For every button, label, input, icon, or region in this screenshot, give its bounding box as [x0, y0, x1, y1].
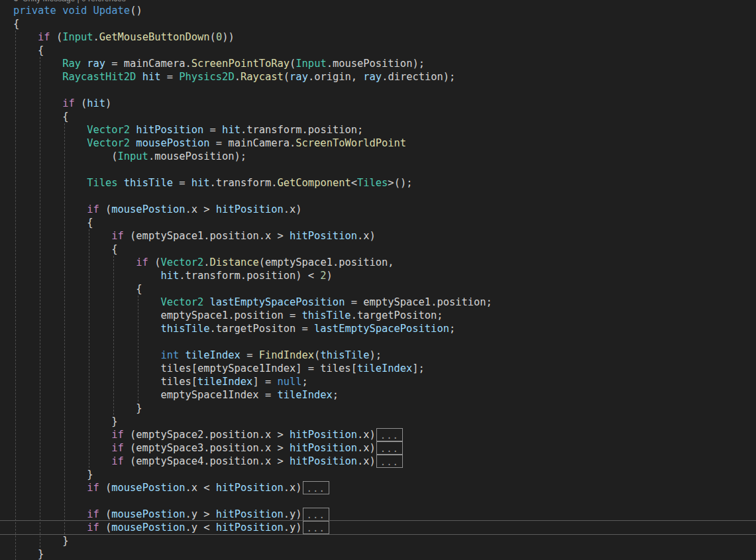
code-token: emptySpace1.position =: [13, 309, 302, 321]
code-line[interactable]: if (Vector2.Distance(emptySpace1.positio…: [0, 256, 756, 269]
code-line[interactable]: thisTile.targetPositon = lastEmptySpaceP…: [0, 322, 756, 335]
code-token: [87, 5, 93, 17]
code-line[interactable]: {: [0, 44, 756, 57]
code-line[interactable]: Tiles thisTile = hit.transform.GetCompon…: [0, 176, 756, 190]
code-token: }: [13, 416, 118, 427]
code-token: if: [111, 230, 124, 242]
code-token: =: [160, 71, 179, 83]
code-token: hitPosition: [136, 124, 203, 136]
code-token: mousePostion: [111, 522, 185, 533]
code-line[interactable]: [0, 163, 756, 176]
code-token: {: [13, 44, 44, 56]
code-token: (: [290, 58, 296, 70]
code-line[interactable]: tiles[tileIndex] = null;: [0, 375, 756, 388]
code-line[interactable]: if (mousePostion.y > hitPosition.y)...: [0, 508, 756, 521]
code-line[interactable]: RaycastHit2D hit = Physics2D.Raycast(ray…: [0, 70, 756, 84]
code-token: thisTile: [160, 323, 209, 335]
code-token: (emptySpace4.position.x >: [124, 455, 290, 467]
code-line[interactable]: tiles[emptySpace1Index] = tiles[tileInde…: [0, 362, 756, 375]
collapsed-region-box[interactable]: ...: [376, 428, 403, 441]
code-line[interactable]: if (mousePostion.x < hitPosition.x)...: [0, 481, 756, 494]
collapsed-region-box[interactable]: ...: [303, 521, 329, 534]
code-line[interactable]: {: [0, 243, 756, 256]
code-line[interactable]: (Input.mousePosition);: [0, 150, 756, 163]
code-token: FindIndex: [259, 349, 314, 361]
collapsed-region-box[interactable]: ...: [303, 508, 329, 521]
code-token: [13, 482, 87, 494]
code-token: Vector2: [87, 124, 130, 136]
code-token: = emptySpace1.position;: [345, 296, 492, 308]
code-line[interactable]: {: [0, 17, 756, 30]
code-token: .y >: [186, 508, 216, 520]
code-token: ray: [87, 58, 105, 70]
code-line[interactable]: {: [0, 216, 756, 229]
code-line[interactable]: if (emptySpace3.position.x > hitPosition…: [0, 441, 756, 455]
code-token: [13, 349, 160, 361]
code-line[interactable]: Ray ray = mainCamera.ScreenPointToRay(In…: [0, 57, 756, 70]
code-token: (: [210, 31, 216, 43]
code-token: .: [235, 71, 241, 83]
code-line[interactable]: [0, 84, 756, 97]
code-token: mousePostion: [111, 482, 185, 494]
code-line[interactable]: emptySpace1.position = thisTile.targetPo…: [0, 309, 756, 322]
code-line[interactable]: if (emptySpace4.position.x > hitPosition…: [0, 455, 756, 468]
code-line[interactable]: if (emptySpace2.position.x > hitPosition…: [0, 428, 756, 441]
code-token: {: [13, 243, 118, 255]
code-line[interactable]: }: [0, 468, 756, 481]
collapsed-region-box[interactable]: ...: [376, 455, 403, 468]
code-token: (: [75, 97, 87, 109]
code-token: [13, 455, 111, 467]
code-token: Input: [118, 150, 148, 162]
code-token: (: [99, 508, 112, 520]
code-token: mousePostion: [111, 203, 185, 215]
code-token: .y): [284, 522, 302, 533]
code-line[interactable]: [0, 190, 756, 203]
code-token: thisTile: [124, 177, 173, 189]
code-line[interactable]: if (hit): [0, 97, 756, 110]
code-line[interactable]: [0, 494, 756, 508]
code-token: if: [62, 97, 75, 109]
code-line[interactable]: if (emptySpace1.position.x > hitPosition…: [0, 229, 756, 243]
code-line[interactable]: }: [0, 402, 756, 415]
code-token: Physics2D: [179, 71, 234, 83]
code-token: lastEmptySpacePosition: [314, 323, 449, 335]
code-line[interactable]: {: [0, 282, 756, 296]
code-line[interactable]: if (Input.GetMouseButtonDown(0)): [0, 30, 756, 44]
code-token: (emptySpace1.position.x >: [124, 230, 290, 242]
code-line[interactable]: {: [0, 110, 756, 123]
code-token: .y <: [186, 522, 216, 533]
code-token: if: [87, 203, 99, 215]
code-token: [13, 429, 111, 441]
code-line[interactable]: Vector2 mousePostion = mainCamera.Screen…: [0, 137, 756, 150]
code-token: [13, 137, 87, 149]
code-token: private: [13, 5, 56, 17]
code-line[interactable]: Vector2 lastEmptySpacePosition = emptySp…: [0, 296, 756, 309]
code-token: tiles[: [13, 376, 197, 388]
code-line[interactable]: [0, 335, 756, 349]
code-line[interactable]: }: [0, 415, 756, 428]
code-line[interactable]: }: [0, 547, 756, 560]
code-line[interactable]: if (mousePostion.x > hitPosition.x): [0, 203, 756, 216]
collapsed-region-box[interactable]: ...: [376, 441, 403, 455]
code-token: tileIndex: [185, 349, 240, 361]
code-line[interactable]: private void Update(): [0, 4, 756, 17]
code-line-current[interactable]: if (mousePostion.y < hitPosition.y)...: [0, 521, 756, 534]
code-token: emptySpace1Index =: [13, 389, 277, 401]
code-line[interactable]: emptySpace1Index = tileIndex;: [0, 388, 756, 402]
code-line[interactable]: int tileIndex = FindIndex(thisTile);: [0, 349, 756, 362]
code-token: [13, 124, 87, 136]
code-editor[interactable]: ⚙Unity Message | 0 references private vo…: [0, 0, 756, 560]
code-token: .transform.: [210, 177, 278, 189]
code-line[interactable]: Vector2 hitPosition = hit.transform.posi…: [0, 123, 756, 137]
code-token: Input: [62, 31, 93, 43]
code-line[interactable]: hit.transform.position) < 2): [0, 269, 756, 282]
code-line[interactable]: }: [0, 534, 756, 547]
code-token: ;: [449, 323, 455, 335]
code-token: .targetPositon;: [351, 309, 443, 321]
code-token: =: [203, 124, 222, 136]
code-token: Update: [93, 5, 131, 17]
code-token: [13, 58, 62, 70]
code-token: {: [13, 283, 142, 295]
code-token: tiles[emptySpace1Index] = tiles[: [13, 363, 357, 374]
collapsed-region-box[interactable]: ...: [303, 481, 329, 494]
